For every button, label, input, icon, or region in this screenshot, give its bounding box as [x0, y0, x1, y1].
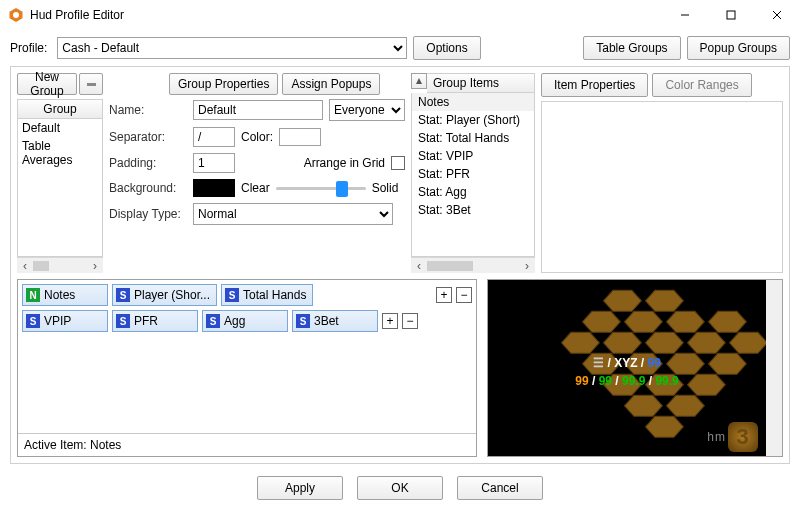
window-minimize-button[interactable]: [662, 0, 708, 30]
move-item-up-button[interactable]: [411, 73, 427, 89]
options-button[interactable]: Options: [413, 36, 480, 60]
add-column-button[interactable]: +: [382, 313, 398, 329]
stat-layout-panel: NNotesSPlayer (Shor...STotal Hands+−SVPI…: [17, 279, 477, 457]
dialog-buttons: Apply OK Cancel: [0, 468, 800, 508]
scope-select[interactable]: Everyone: [329, 99, 405, 121]
tab-color-ranges[interactable]: Color Ranges: [652, 73, 751, 97]
cancel-button[interactable]: Cancel: [457, 476, 543, 500]
group-item[interactable]: Stat: Player (Short): [412, 111, 534, 129]
background-swatch[interactable]: [193, 179, 235, 197]
group-item[interactable]: Notes: [412, 93, 534, 111]
new-group-button[interactable]: New Group: [17, 73, 77, 95]
chip-label: VPIP: [44, 314, 71, 328]
stat-icon: S: [296, 314, 310, 328]
group-item[interactable]: Stat: 3Bet: [412, 201, 534, 219]
group-row[interactable]: Table Averages: [18, 137, 102, 169]
separator-input[interactable]: [193, 127, 235, 147]
chip-label: Player (Shor...: [134, 288, 210, 302]
stat-chip[interactable]: S3Bet: [292, 310, 378, 332]
stat-icon: S: [116, 288, 130, 302]
groups-panel: New Group Group DefaultTable Averages ‹ …: [17, 73, 103, 273]
svg-rect-3: [727, 11, 735, 19]
stat-icon: S: [206, 314, 220, 328]
stat-chip[interactable]: SPFR: [112, 310, 198, 332]
minus-icon: [86, 79, 96, 89]
group-items-header: Group Items: [427, 73, 535, 93]
scroll-left-icon[interactable]: ‹: [17, 259, 33, 273]
top-toolbar: Profile: Cash - Default Options Table Gr…: [0, 30, 800, 66]
stat-icon: S: [26, 314, 40, 328]
group-row[interactable]: Default: [18, 119, 102, 137]
name-input[interactable]: [193, 100, 323, 120]
name-label: Name:: [109, 103, 187, 117]
window-maximize-button[interactable]: [708, 0, 754, 30]
stat-chip[interactable]: SPlayer (Shor...: [112, 284, 217, 306]
arrange-grid-label: Arrange in Grid: [304, 156, 385, 170]
item-properties-body: [541, 101, 783, 273]
stat-chip[interactable]: SAgg: [202, 310, 288, 332]
brand-logo: hm 3: [707, 422, 758, 452]
display-type-label: Display Type:: [109, 207, 187, 221]
padding-label: Padding:: [109, 156, 187, 170]
hud-preview: ☰ / XYZ / 99 99 / 99 / 99.9 / 99.9 hm 3: [487, 279, 783, 457]
padding-input[interactable]: [193, 153, 235, 173]
popup-groups-button[interactable]: Popup Groups: [687, 36, 790, 60]
item-properties-panel: Item Properties Color Ranges: [541, 73, 783, 273]
svg-point-1: [13, 12, 19, 18]
solid-label: Solid: [372, 181, 399, 195]
remove-column-button[interactable]: −: [402, 313, 418, 329]
stat-chip[interactable]: SVPIP: [22, 310, 108, 332]
groups-hscroll[interactable]: ‹ ›: [17, 257, 103, 273]
separator-label: Separator:: [109, 130, 187, 144]
background-label: Background:: [109, 181, 187, 195]
opacity-slider[interactable]: [276, 179, 366, 197]
scroll-left-icon[interactable]: ‹: [411, 259, 427, 273]
groups-table[interactable]: Group DefaultTable Averages: [17, 99, 103, 257]
chip-label: Total Hands: [243, 288, 306, 302]
window-close-button[interactable]: [754, 0, 800, 30]
table-groups-button[interactable]: Table Groups: [583, 36, 680, 60]
color-label: Color:: [241, 130, 273, 144]
stat-icon: S: [116, 314, 130, 328]
app-icon: [8, 7, 24, 23]
main-frame: New Group Group DefaultTable Averages ‹ …: [10, 66, 790, 464]
preview-vscroll[interactable]: [766, 280, 782, 456]
group-item[interactable]: Stat: PFR: [412, 165, 534, 183]
group-items-panel: Group Items NotesStat: Player (Short)Sta…: [411, 73, 535, 273]
triangle-up-icon: [415, 77, 423, 85]
items-hscroll[interactable]: ‹ ›: [411, 257, 535, 273]
chip-label: PFR: [134, 314, 158, 328]
add-column-button[interactable]: +: [436, 287, 452, 303]
ok-button[interactable]: OK: [357, 476, 443, 500]
group-properties-panel: Group Properties Assign Popups Name: Eve…: [109, 73, 405, 273]
tab-item-properties[interactable]: Item Properties: [541, 73, 648, 97]
stat-chip[interactable]: STotal Hands: [221, 284, 313, 306]
apply-button[interactable]: Apply: [257, 476, 343, 500]
stat-chip[interactable]: NNotes: [22, 284, 108, 306]
stat-icon: S: [225, 288, 239, 302]
group-item[interactable]: Stat: Agg: [412, 183, 534, 201]
arrange-grid-checkbox[interactable]: [391, 156, 405, 170]
active-item-status: Active Item: Notes: [18, 433, 476, 456]
tab-group-properties[interactable]: Group Properties: [169, 73, 278, 95]
profile-label: Profile:: [10, 41, 47, 55]
group-items-list[interactable]: NotesStat: Player (Short)Stat: Total Han…: [411, 93, 535, 257]
remove-column-button[interactable]: −: [456, 287, 472, 303]
delete-group-button[interactable]: [79, 73, 103, 95]
svg-rect-6: [87, 83, 96, 86]
chip-label: Notes: [44, 288, 75, 302]
scroll-right-icon[interactable]: ›: [519, 259, 535, 273]
clear-label: Clear: [241, 181, 270, 195]
group-item[interactable]: Stat: Total Hands: [412, 129, 534, 147]
window-title: Hud Profile Editor: [30, 8, 124, 22]
chip-label: Agg: [224, 314, 245, 328]
groups-header: Group: [18, 100, 102, 119]
scroll-right-icon[interactable]: ›: [87, 259, 103, 273]
display-type-select[interactable]: Normal: [193, 203, 393, 225]
color-swatch[interactable]: [279, 128, 321, 146]
svg-marker-7: [416, 78, 422, 84]
group-item[interactable]: Stat: VPIP: [412, 147, 534, 165]
profile-select[interactable]: Cash - Default: [57, 37, 407, 59]
tab-assign-popups[interactable]: Assign Popups: [282, 73, 380, 95]
chip-label: 3Bet: [314, 314, 339, 328]
